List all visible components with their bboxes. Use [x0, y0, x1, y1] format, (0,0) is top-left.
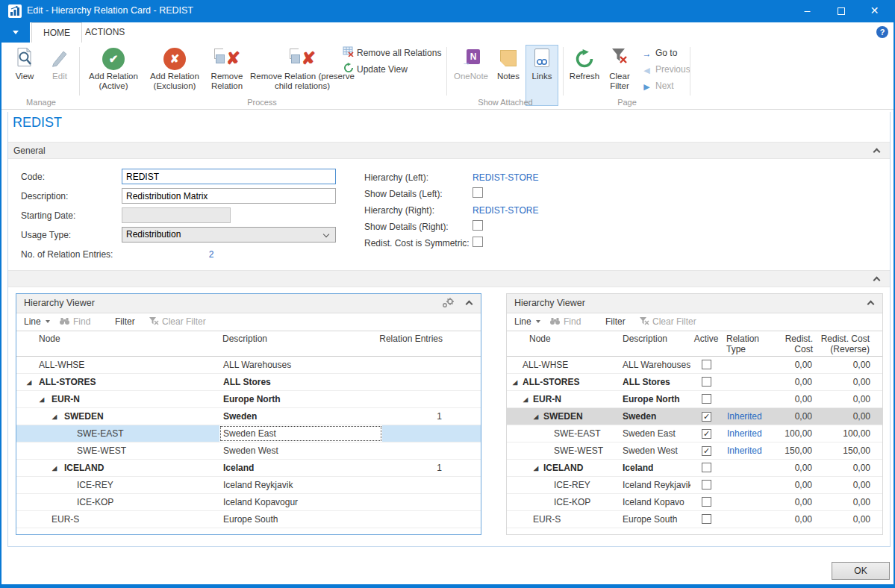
expand-icon[interactable]: ◢ [40, 392, 52, 407]
close-button[interactable]: ✕ [858, 0, 891, 22]
minimize-button[interactable]: – [790, 0, 824, 22]
active-checkbox[interactable]: ✓ [702, 412, 711, 422]
column-header-relation-type[interactable]: Relation Type [726, 334, 770, 354]
expand-icon[interactable]: ◢ [27, 375, 39, 390]
active-checkbox[interactable]: ✓ [702, 429, 711, 439]
line-menu[interactable]: Line [24, 316, 50, 327]
table-row[interactable]: ◢EUR-NEurope North0,000,00 [507, 391, 882, 408]
remove-all-relations-button[interactable]: Remove all Relations [342, 46, 441, 60]
line-menu[interactable]: Line [514, 316, 540, 327]
next-button[interactable]: ▶Next [640, 79, 674, 93]
hierarchy-left-link[interactable]: REDIST-STORE [473, 172, 538, 183]
column-header-description[interactable]: Description [623, 334, 688, 344]
table-row[interactable]: EUR-SEurope South [16, 511, 481, 528]
table-row[interactable]: ICE-REYIceland Reykjavik0,000,00 [507, 477, 882, 494]
filter-button[interactable]: Filter [605, 316, 626, 327]
cell-cost: 0,00 [771, 494, 816, 510]
table-row[interactable]: ◢ICELANDIceland0,000,00 [507, 460, 882, 477]
active-checkbox[interactable] [702, 463, 711, 472]
group-label-show-attached: Show Attached [449, 98, 561, 107]
column-header-redist-cost[interactable]: Redist. Cost [768, 334, 813, 354]
usage-type-select[interactable]: Redistribution [122, 227, 336, 243]
description-input[interactable] [122, 188, 336, 204]
column-header-description[interactable]: Description [222, 334, 372, 344]
refresh-button[interactable]: Refresh [567, 46, 602, 81]
active-checkbox[interactable] [702, 377, 711, 387]
active-checkbox[interactable] [702, 497, 711, 507]
filter-button[interactable]: Filter [115, 316, 135, 327]
maximize-button[interactable] [824, 0, 858, 22]
table-row[interactable]: ◢SWEDENSweden✓Inherited0,000,00 [507, 408, 882, 425]
expand-icon[interactable]: ◢ [52, 460, 64, 476]
cell-cost: 0,00 [771, 511, 816, 528]
app-menu-button[interactable] [1, 22, 30, 43]
table-row[interactable]: SWE-EASTSweden East✓Inherited100,00100,0… [507, 425, 882, 442]
cell-active [690, 357, 723, 373]
redist-symmetric-checkbox[interactable] [473, 237, 483, 247]
remove-relation-preserve-button[interactable]: ✘ Remove Relation (preserve child relati… [249, 46, 355, 91]
table-row[interactable]: ICE-KOPIceland Kopavo0,000,00 [507, 494, 882, 511]
hierarchy-right-link[interactable]: REDIST-STORE [473, 205, 538, 216]
expand-icon[interactable]: ◢ [52, 409, 64, 425]
table-row[interactable]: ◢EUR-NEurope North [16, 391, 481, 408]
table-row[interactable]: EUR-SEurope South0,000,00 [507, 511, 882, 528]
help-button[interactable]: ? [876, 26, 888, 38]
ok-button[interactable]: OK [832, 562, 890, 580]
collapse-icon[interactable] [873, 148, 881, 156]
viewers-section-header[interactable] [8, 270, 890, 287]
expand-icon[interactable]: ◢ [523, 392, 533, 407]
update-view-button[interactable]: Update View [342, 63, 408, 77]
show-details-left-checkbox[interactable] [473, 187, 483, 198]
clear-filter-button[interactable]: Clear Filter [639, 316, 696, 328]
relation-entries-value[interactable]: 2 [204, 249, 219, 260]
collapse-icon[interactable] [466, 301, 473, 308]
clear-filter-button[interactable]: Clear Filter [603, 46, 636, 91]
column-header-relation-entries[interactable]: Relation Entries [379, 334, 443, 344]
add-relation-exclusion-button[interactable]: ✘ Add Relation (Exclusion) [145, 46, 205, 91]
column-header-node[interactable]: Node [39, 334, 188, 344]
general-section-header[interactable]: General [8, 142, 890, 159]
active-checkbox[interactable] [702, 514, 711, 524]
find-button[interactable]: Find [549, 316, 581, 328]
table-row[interactable]: ◢ALL-STORESALL Stores [16, 374, 481, 391]
table-row[interactable]: ◢ICELANDIceland1 [16, 460, 481, 477]
table-row[interactable]: SWE-WESTSweden West✓Inherited150,00150,0… [507, 442, 882, 460]
viewer-toolbar: Line Find Filter Clear Filter [16, 313, 481, 331]
clear-filter-button[interactable]: Clear Filter [149, 316, 206, 328]
table-row[interactable]: ALL-WHSEALL Warehouses0,000,00 [507, 357, 882, 374]
active-checkbox[interactable]: ✓ [702, 446, 711, 456]
previous-button[interactable]: ◀Previous [640, 63, 690, 77]
table-row[interactable]: SWE-WESTSweden West [16, 442, 481, 460]
onenote-button[interactable]: N→ OneNote [451, 46, 491, 81]
active-checkbox[interactable] [702, 394, 711, 404]
column-header-node[interactable]: Node [529, 334, 611, 344]
gear-icon[interactable] [442, 298, 455, 311]
links-button[interactable]: Links [526, 45, 558, 106]
table-row[interactable]: ALL-WHSEALL Warehouses [16, 357, 481, 374]
go-to-button[interactable]: →Go to [640, 46, 677, 60]
show-details-right-checkbox[interactable] [473, 220, 483, 231]
notes-button[interactable]: Notes [493, 46, 524, 81]
table-row[interactable]: ◢ALL-STORESALL Stores0,000,00 [507, 374, 882, 391]
column-header-redist-cost-reverse[interactable]: Redist. Cost (Reverse) [814, 334, 870, 354]
table-row[interactable]: ICE-KOPIceland Kopavogur [16, 494, 481, 511]
active-checkbox[interactable] [702, 480, 711, 490]
collapse-icon[interactable] [873, 277, 881, 284]
collapse-icon[interactable] [867, 301, 875, 308]
column-header-active[interactable]: Active [689, 334, 723, 344]
view-button[interactable]: View [7, 46, 42, 81]
starting-date-input[interactable] [122, 207, 231, 223]
expand-icon[interactable]: ◢ [534, 460, 543, 476]
code-input[interactable] [122, 169, 336, 184]
add-relation-active-button[interactable]: ✔ Add Relation (Active) [84, 46, 143, 91]
remove-relation-button[interactable]: ✘ Remove Relation [206, 46, 248, 91]
active-checkbox[interactable] [702, 360, 711, 369]
expand-icon[interactable]: ◢ [534, 409, 543, 425]
edit-button[interactable]: Edit [43, 46, 76, 81]
expand-icon[interactable]: ◢ [513, 375, 523, 390]
find-button[interactable]: Find [59, 316, 90, 328]
table-row[interactable]: SWE-EASTSweden East [16, 425, 481, 442]
tab-actions[interactable]: ACTIONS [74, 22, 136, 43]
table-row[interactable]: ◢SWEDENSweden1 [16, 408, 481, 425]
table-row[interactable]: ICE-REYIceland Reykjavik [16, 477, 481, 494]
